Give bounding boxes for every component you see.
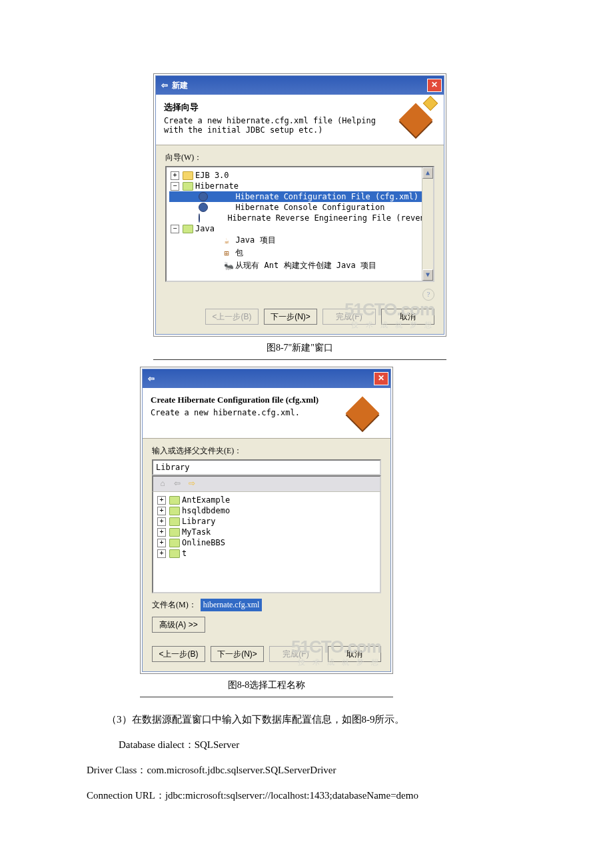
tree-label: Hibernate Reverse Engineering File (reve… [202, 213, 434, 223]
file-name-label: 文件名(M)： [152, 599, 197, 611]
plus-icon[interactable]: + [171, 171, 179, 180]
plus-icon[interactable]: + [157, 539, 166, 547]
wizard-desc: Create a new hibernate.cfg.xml. [151, 408, 318, 417]
tree-item-onlinebbs[interactable]: + OnlineBBS [156, 537, 377, 548]
file-name-value[interactable]: hibernate.cfg.xml [201, 599, 263, 611]
window-title: 新建 [172, 80, 188, 91]
wizard-heading: Create Hibernate Configuration file (cfg… [151, 395, 318, 405]
ant-icon: 🐜 [199, 261, 208, 271]
folder-icon [169, 528, 180, 537]
scroll-down-icon[interactable]: ▼ [422, 269, 433, 281]
cancel-button[interactable]: 取消 [328, 646, 381, 662]
tree-item-t[interactable]: + t [156, 548, 377, 559]
prev-button: <上一步(B) [205, 309, 259, 325]
tree-item-ant[interactable]: 🐜 从现有 Ant 构建文件创建 Java 项目 [169, 259, 430, 272]
home-icon[interactable]: ⌂ [157, 479, 168, 489]
tree-item-ejb[interactable]: + EJB 3.0 [169, 170, 430, 181]
figure-8-8: ⇦ ✕ Create Hibernate Configuration file … [140, 367, 393, 674]
wizard-header: Create Hibernate Configuration file (cfg… [143, 388, 390, 439]
tree-label: hsqldbdemo [182, 506, 230, 515]
finish-button: 完成(F) [322, 309, 376, 325]
titlebar: ⇦ 新建 ✕ [156, 76, 444, 95]
plus-icon[interactable]: + [157, 549, 166, 558]
folder-icon [169, 539, 180, 547]
folder-open-icon [183, 182, 193, 191]
help-icon[interactable]: ? [422, 289, 434, 301]
tree-label: Hibernate Configuration File (cfg.xml) [210, 192, 418, 201]
tree-label: Java [195, 224, 215, 233]
plus-icon[interactable]: + [157, 517, 166, 526]
minus-icon[interactable]: − [171, 225, 179, 233]
package-icon: ⊞ [199, 249, 208, 258]
tree-item-hib-cfg[interactable]: Hibernate Configuration File (cfg.xml) [169, 191, 430, 202]
figure-8-7: ⇦ 新建 ✕ 选择向导 Create a new hibernate.cfg.x… [153, 73, 446, 337]
body-text: （3）在数据源配置窗口中输入如下数据库配置信息，如图8-9所示。 Databas… [87, 709, 526, 805]
folder-icon [169, 549, 180, 558]
tree-label: EJB 3.0 [195, 171, 229, 180]
cancel-button[interactable]: 取消 [381, 309, 434, 325]
folder-icon [169, 517, 180, 526]
scroll-up-icon[interactable]: ▲ [422, 167, 433, 179]
tree-item-hibernate[interactable]: − Hibernate [169, 181, 430, 191]
figure-caption-8-8: 图8-8选择工程名称 [140, 674, 393, 697]
config-file-icon [199, 213, 200, 223]
figure-caption-8-7: 图8-7"新建"窗口 [153, 337, 446, 360]
tree-label: 从现有 Ant 构建文件创建 Java 项目 [210, 260, 376, 271]
minus-icon[interactable]: − [171, 182, 179, 191]
tree-label: t [182, 549, 187, 558]
tree-label: 包 [210, 247, 243, 259]
tree-label: 向导(W)： [165, 152, 434, 163]
prev-button[interactable]: <上一步(B) [152, 646, 205, 662]
tree-label: Library [182, 517, 216, 526]
tree-label: Hibernate Console Configuration [210, 203, 384, 212]
close-icon[interactable]: ✕ [374, 372, 388, 385]
back-icon[interactable]: ⇦ [172, 479, 183, 489]
tree-label: OnlineBBS [182, 538, 225, 547]
wizard-desc: Create a new hibernate.cfg.xml file (Hel… [164, 116, 396, 135]
tree-label: AntExample [182, 495, 230, 505]
tree-item-antexample[interactable]: + AntExample [156, 495, 377, 505]
tree-item-hib-reveng[interactable]: Hibernate Reverse Engineering File (reve… [169, 213, 430, 223]
scrollbar[interactable]: ▲ ▼ [422, 167, 433, 281]
tree-item-hsqldb[interactable]: + hsqldbdemo [156, 505, 377, 516]
nav-toolbar: ⌂ ⇦ ⇨ [152, 475, 381, 492]
wizard-header: 选择向导 Create a new hibernate.cfg.xml file… [156, 95, 444, 145]
next-button[interactable]: 下一步(N)> [264, 309, 317, 325]
wizard-heading: 选择向导 [164, 101, 396, 113]
connection-url-line: Connection URL：jdbc:microsoft:sqlserver:… [87, 785, 526, 805]
file-name-row: 文件名(M)： hibernate.cfg.xml [143, 593, 390, 613]
config-file-icon [199, 203, 208, 212]
plus-icon[interactable]: + [157, 496, 166, 505]
advanced-button[interactable]: 高级(A) >> [152, 617, 205, 633]
tree-item-hib-console[interactable]: Hibernate Console Configuration [169, 202, 430, 213]
wizard-tree[interactable]: + EJB 3.0 − Hibernate Hib [165, 166, 434, 282]
next-button[interactable]: 下一步(N)> [211, 646, 264, 662]
app-icon: ⇦ [148, 374, 155, 384]
plus-icon[interactable]: + [157, 528, 166, 537]
parent-folder-input[interactable] [152, 459, 381, 475]
java-project-icon: ☕ [199, 236, 208, 245]
parent-folder-label: 输入或选择父文件夹(E)： [152, 445, 381, 457]
folder-icon [183, 171, 193, 180]
wizard-cube-icon [342, 395, 382, 431]
tree-item-package[interactable]: ⊞ 包 [169, 247, 430, 259]
tree-item-mytask[interactable]: + MyTask [156, 527, 377, 537]
folder-icon [169, 507, 180, 515]
tree-label: MyTask [182, 527, 211, 537]
plus-icon[interactable]: + [157, 507, 166, 515]
tree-label: Hibernate [195, 181, 239, 191]
close-icon[interactable]: ✕ [427, 79, 442, 92]
tree-item-java-proj[interactable]: ☕ Java 项目 [169, 234, 430, 247]
titlebar: ⇦ ✕ [143, 369, 390, 388]
db-dialect-line: Database dialect：SQLServer [87, 735, 526, 755]
forward-icon[interactable]: ⇨ [187, 479, 197, 489]
tree-item-library[interactable]: + Library [156, 516, 377, 527]
folder-icon [169, 496, 180, 505]
config-file-icon [199, 192, 208, 201]
folder-open-icon [183, 225, 193, 233]
project-tree[interactable]: + AntExample + hsqldbdemo + [152, 492, 381, 593]
driver-class-line: Driver Class：com.microsoft.jdbc.sqlserve… [87, 760, 526, 780]
app-icon: ⇦ [161, 81, 168, 91]
tree-item-java[interactable]: − Java [169, 223, 430, 234]
paragraph-3: （3）在数据源配置窗口中输入如下数据库配置信息，如图8-9所示。 [87, 709, 526, 729]
